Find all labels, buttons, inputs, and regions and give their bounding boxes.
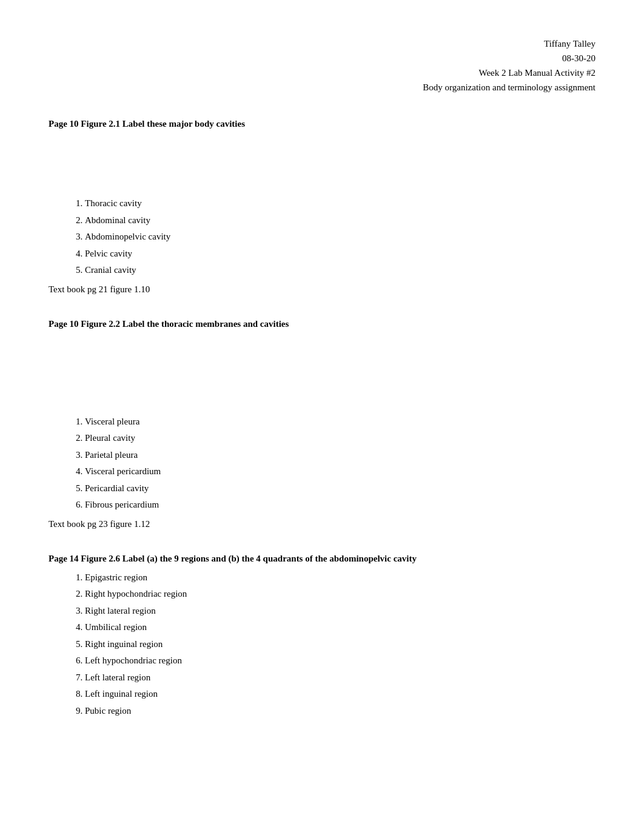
list-item: Visceral pleura bbox=[85, 414, 595, 430]
list-item: Pericardial cavity bbox=[85, 481, 595, 497]
list-item: Right lateral region bbox=[85, 603, 595, 619]
list-item: Right inguinal region bbox=[85, 637, 595, 652]
section-1: Page 10 Figure 2.1 Label these major bod… bbox=[49, 119, 595, 295]
list-item: Pelvic cavity bbox=[85, 246, 595, 262]
assignment-title: Body organization and terminology assign… bbox=[49, 80, 595, 95]
section-2-spacer bbox=[49, 329, 595, 408]
section-1-spacer bbox=[49, 129, 595, 190]
list-item: Cranial cavity bbox=[85, 263, 595, 278]
list-item: Abdominopelvic cavity bbox=[85, 229, 595, 245]
section-2-title: Page 10 Figure 2.2 Label the thoracic me… bbox=[49, 319, 595, 329]
list-item: Umbilical region bbox=[85, 620, 595, 635]
list-item: Parietal pleura bbox=[85, 448, 595, 463]
list-item: Fibrous pericardium bbox=[85, 497, 595, 513]
list-item: Thoracic cavity bbox=[85, 196, 595, 212]
section-2: Page 10 Figure 2.2 Label the thoracic me… bbox=[49, 319, 595, 529]
section-1-list: Thoracic cavityAbdominal cavityAbdominop… bbox=[85, 196, 595, 278]
list-item: Left hypochondriac region bbox=[85, 653, 595, 669]
list-item: Abdominal cavity bbox=[85, 213, 595, 229]
section-2-reference: Text book pg 23 figure 1.12 bbox=[49, 519, 595, 529]
section-3-title: Page 14 Figure 2.6 Label (a) the 9 regio… bbox=[49, 554, 595, 564]
section-1-title: Page 10 Figure 2.1 Label these major bod… bbox=[49, 119, 595, 129]
document-date: 08-30-20 bbox=[49, 51, 595, 65]
author-name: Tiffany Talley bbox=[49, 36, 595, 51]
section-3-list: Epigastric regionRight hypochondriac reg… bbox=[85, 570, 595, 719]
list-item: Left inguinal region bbox=[85, 686, 595, 702]
list-item: Left lateral region bbox=[85, 670, 595, 686]
section-3: Page 14 Figure 2.6 Label (a) the 9 regio… bbox=[49, 554, 595, 719]
list-item: Pubic region bbox=[85, 703, 595, 719]
list-item: Epigastric region bbox=[85, 570, 595, 586]
section-2-list: Visceral pleuraPleural cavityParietal pl… bbox=[85, 414, 595, 513]
list-item: Right hypochondriac region bbox=[85, 586, 595, 602]
section-1-reference: Text book pg 21 figure 1.10 bbox=[49, 284, 595, 295]
document-header: Tiffany Talley 08-30-20 Week 2 Lab Manua… bbox=[49, 36, 595, 95]
list-item: Visceral pericardium bbox=[85, 464, 595, 480]
list-item: Pleural cavity bbox=[85, 431, 595, 446]
course-info: Week 2 Lab Manual Activity #2 bbox=[49, 65, 595, 80]
